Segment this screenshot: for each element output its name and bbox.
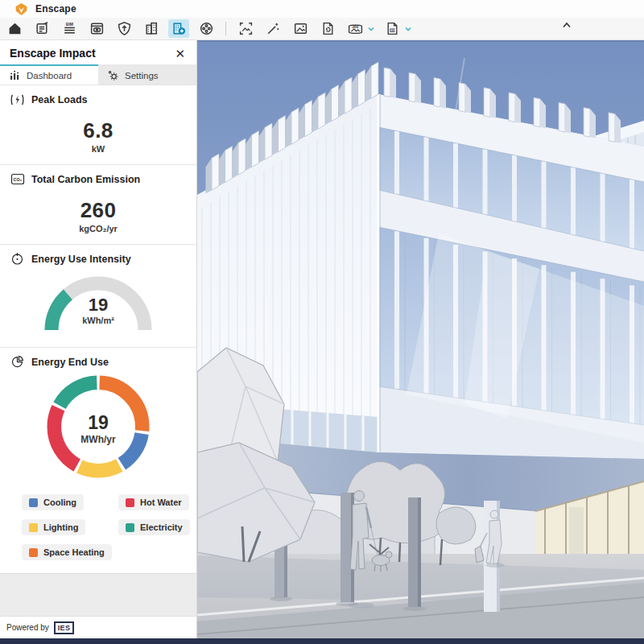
cooling-swatch: [29, 498, 38, 507]
bim-settings-button[interactable]: BIM: [59, 19, 80, 38]
buildings-icon: [144, 21, 159, 36]
powered-by-label: Powered by: [6, 623, 49, 632]
end-use-title: Energy End Use: [31, 357, 109, 368]
panorama-360-icon: 360: [347, 21, 364, 36]
screenshot-button[interactable]: [235, 19, 256, 38]
panel-tabs: Dashboard Settings: [0, 64, 196, 85]
section-energy-end-use: Energy End Use 19 MWh/yr Cooling Hot Wat…: [0, 347, 196, 565]
feedback-document-icon: [35, 21, 50, 36]
space-heating-swatch: [29, 548, 38, 557]
hot-water-swatch: [126, 498, 134, 507]
end-use-legend: Cooling Hot Water Lighting Electricity S…: [22, 494, 187, 560]
toolbar-divider: [225, 22, 226, 35]
eui-title: Energy Use Intensity: [31, 254, 131, 265]
carbon-value: 260: [10, 198, 187, 223]
bim-list-icon: BIM: [62, 21, 77, 36]
title-bar: Enscape: [0, 0, 644, 18]
main-area: Enscape Impact ✕ Dashboard Settings: [0, 40, 644, 638]
safe-mode-button[interactable]: [114, 19, 134, 38]
home-button[interactable]: [4, 19, 25, 38]
legend-item-cooling[interactable]: Cooling: [22, 494, 84, 510]
gears-icon: [107, 70, 119, 80]
render-document-icon: [320, 21, 336, 36]
exe-document-icon: EXE: [385, 21, 400, 36]
panel-header: Enscape Impact ✕: [0, 40, 196, 64]
panel-title: Enscape Impact: [10, 47, 96, 60]
carbon-unit: kgCO₂/yr: [10, 224, 187, 233]
eui-gauge: 19 kWh/m²: [10, 270, 187, 336]
eui-target-icon: [10, 252, 25, 266]
tab-settings[interactable]: Settings: [98, 64, 196, 85]
film-reel-icon: [199, 21, 214, 36]
peak-loads-value: 6.8: [10, 118, 187, 143]
legend-item-lighting[interactable]: Lighting: [22, 519, 85, 535]
panorama-dropdown-chevron-icon[interactable]: [367, 26, 375, 32]
image-icon: [293, 21, 308, 36]
section-peak-loads: Peak Loads 6.8 kW: [0, 85, 196, 164]
toolbar: BIM 360: [0, 18, 644, 40]
legend-item-electricity[interactable]: Electricity: [118, 519, 190, 535]
co2-icon: CO₂: [10, 172, 25, 186]
render-viewport[interactable]: [197, 40, 644, 638]
feedback-button[interactable]: [31, 19, 52, 38]
shield-arrow-icon: [117, 21, 132, 36]
legend-item-space-heating[interactable]: Space Heating: [22, 544, 112, 560]
collapse-toolbar-chevron-icon[interactable]: [560, 20, 573, 30]
ies-logo: IES: [54, 621, 74, 634]
carbon-title: Total Carbon Emission: [31, 174, 140, 185]
batch-render-button[interactable]: [317, 19, 338, 38]
svg-text:360: 360: [352, 25, 358, 29]
export-dropdown-chevron-icon[interactable]: [404, 26, 412, 32]
window-bottom-edge: [0, 638, 644, 644]
electricity-swatch: [126, 523, 134, 532]
home-icon: [7, 21, 23, 36]
enscape-logo-icon: [14, 2, 28, 16]
impact-building-plus-icon: [171, 21, 187, 36]
section-energy-use-intensity: Energy Use Intensity 19 kWh/m²: [0, 244, 196, 347]
tab-dashboard[interactable]: Dashboard: [0, 64, 98, 85]
app-name: Enscape: [35, 3, 76, 14]
end-use-donut: 19 MWh/yr: [10, 375, 187, 481]
pie-chart-icon: [10, 355, 25, 369]
svg-text:BIM: BIM: [65, 22, 72, 27]
enscape-window: Enscape BIM: [0, 0, 644, 644]
peak-loads-unit: kW: [10, 144, 187, 154]
render-right-facade: [378, 94, 644, 459]
close-panel-button[interactable]: ✕: [173, 47, 187, 60]
enscape-impact-panel: Enscape Impact ✕ Dashboard Settings: [0, 40, 197, 638]
panel-footer: Powered by IES: [0, 616, 196, 638]
style-assistant-button[interactable]: [262, 19, 283, 38]
panorama-360-button[interactable]: 360: [345, 19, 365, 38]
impact-dashboard-button[interactable]: [168, 19, 189, 38]
video-editor-button[interactable]: [196, 19, 217, 38]
eui-value: 19: [10, 295, 187, 316]
asset-library-button[interactable]: [141, 19, 162, 38]
section-carbon-emission: CO₂ Total Carbon Emission 260 kgCO₂/yr: [0, 164, 196, 244]
dashboard-chart-icon: [9, 70, 21, 80]
panel-empty-area: [0, 573, 196, 616]
svg-text:EXE: EXE: [390, 29, 396, 32]
peak-loads-title: Peak Loads: [31, 94, 87, 105]
render-image-button[interactable]: [290, 19, 311, 38]
svg-text:CO₂: CO₂: [13, 177, 22, 182]
eui-unit: kWh/m²: [10, 316, 187, 325]
window-eye-icon: [89, 21, 105, 36]
legend-item-hot-water[interactable]: Hot Water: [118, 494, 189, 510]
export-standalone-button[interactable]: EXE: [382, 19, 402, 38]
end-use-unit: MWh/yr: [10, 434, 187, 445]
screenshot-frame-icon: [238, 21, 254, 36]
magic-wand-icon: [266, 21, 281, 36]
visual-settings-button[interactable]: [86, 19, 107, 38]
peak-loads-icon: [10, 93, 25, 106]
lighting-swatch: [29, 523, 38, 532]
end-use-value: 19: [10, 412, 187, 434]
building-render: [197, 40, 644, 638]
